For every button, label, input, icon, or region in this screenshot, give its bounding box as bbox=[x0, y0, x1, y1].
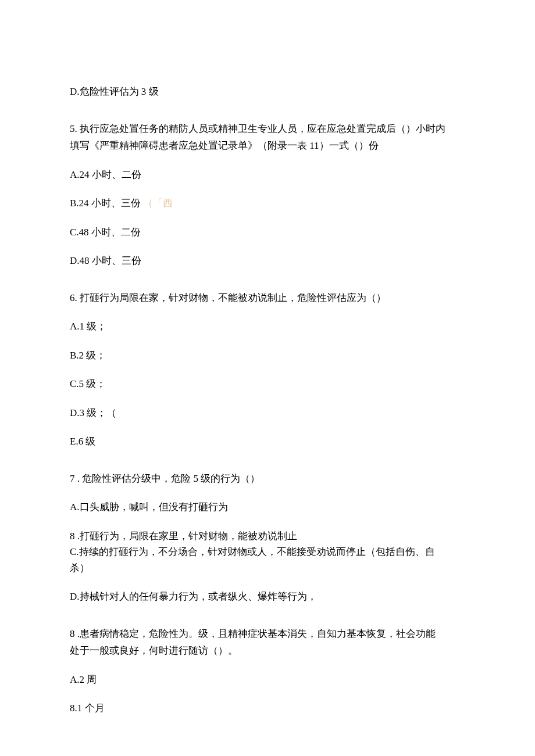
q5-option-b-text: B.24 小时、三份 bbox=[70, 198, 141, 209]
q6-stem: 6. 打砸行为局限在家，针对财物，不能被劝说制止，危险性评估应为（） bbox=[70, 291, 465, 306]
q6-option-b: B.2 级； bbox=[70, 348, 465, 363]
q6-option-c: C.5 级； bbox=[70, 377, 465, 392]
q8-option-a: A.2 周 bbox=[70, 672, 465, 687]
q7-option-c-line2: 杀） bbox=[70, 561, 465, 576]
q5-option-a: A.24 小时、二份 bbox=[70, 167, 465, 182]
q7-stem: 7 . 危险性评估分级中，危险 5 级的行为（） bbox=[70, 471, 465, 486]
q6-option-a: A.1 级； bbox=[70, 319, 465, 334]
document-page: D.危险性评估为 3 级 5. 执行应急处置任务的精防人员或精神卫生专业人员，应… bbox=[0, 0, 535, 756]
q6-option-d: D.3 级；（ bbox=[70, 406, 465, 421]
q5-option-c: C.48 小时、二份 bbox=[70, 225, 465, 240]
q7-option-c-line1: C.持续的打砸行为，不分场合，针对财物或人，不能接受劝说而停止（包括自伤、自 bbox=[70, 544, 465, 560]
q8-stem-line2: 处于一般或良好，何时进行随访（）。 bbox=[70, 643, 465, 658]
q5-option-b-faded: （「西 bbox=[143, 198, 173, 209]
question-7: 7 . 危险性评估分级中，危险 5 级的行为（） A.口头威胁，喊叫，但没有打砸… bbox=[70, 471, 465, 604]
question-8: 8 .患者病情稳定，危险性为。级，且精神症状基本消失，自知力基本恢复，社会功能 … bbox=[70, 626, 465, 716]
q5-stem-line2: 填写《严重精神障碍患者应急处置记录单》（附录一表 11）一式（）份 bbox=[70, 138, 465, 153]
q5-stem-line1: 5. 执行应急处置任务的精防人员或精神卫生专业人员，应在应急处置完成后（）小时内 bbox=[70, 121, 465, 137]
question-6: 6. 打砸行为局限在家，针对财物，不能被劝说制止，危险性评估应为（） A.1 级… bbox=[70, 291, 465, 449]
q7-option-d: D.持械针对人的任何暴力行为，或者纵火、爆炸等行为， bbox=[70, 589, 465, 604]
q5-option-b: B.24 小时、三份 （「西 bbox=[70, 196, 465, 211]
q6-option-e: E.6 级 bbox=[70, 434, 465, 449]
q4-option-d: D.危险性评估为 3 级 bbox=[70, 84, 465, 99]
q8-stem-line1: 8 .患者病情稳定，危险性为。级，且精神症状基本消失，自知力基本恢复，社会功能 bbox=[70, 626, 465, 642]
q8-option-b: 8.1 个月 bbox=[70, 701, 465, 716]
question-5: 5. 执行应急处置任务的精防人员或精神卫生专业人员，应在应急处置完成后（）小时内… bbox=[70, 121, 465, 268]
q7-option-b: 8 .打砸行为，局限在家里，针对财物，能被劝说制止 bbox=[70, 529, 465, 544]
question-4-partial: D.危险性评估为 3 级 bbox=[70, 84, 465, 99]
q7-option-a: A.口头威胁，喊叫，但没有打砸行为 bbox=[70, 500, 465, 515]
q5-option-d: D.48 小时、三份 bbox=[70, 253, 465, 268]
